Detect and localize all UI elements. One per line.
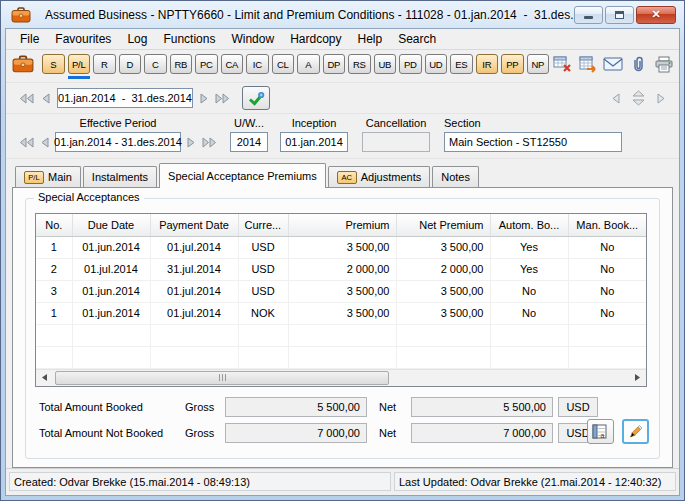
column-header-due-date[interactable]: Due Date [72, 214, 150, 236]
maximize-button[interactable] [605, 6, 634, 24]
total-booked-row: Total Amount Booked Gross 5 500,00 Net 5… [35, 397, 650, 417]
table-cell: 1 [36, 236, 72, 258]
menu-item-file[interactable]: File [12, 30, 47, 48]
toolbar-button-ir[interactable]: IR [476, 54, 499, 74]
toolbar-button-es[interactable]: ES [450, 54, 473, 74]
toolbar-briefcase-icon[interactable] [12, 54, 34, 73]
table-cell: 01.jul.2014 [150, 280, 238, 302]
table-settings-button[interactable]: a [587, 419, 614, 444]
record-first-button[interactable] [16, 91, 38, 106]
tab-special-acceptance-premiums-label: Special Acceptance Premiums [168, 170, 317, 182]
table-export-icon[interactable] [577, 54, 598, 74]
menu-item-search[interactable]: Search [390, 30, 444, 48]
split-updown-icon [632, 90, 645, 106]
menu-item-favourites[interactable]: Favourites [47, 30, 119, 48]
toolbar-button-d[interactable]: D [119, 54, 142, 74]
table-cell: 01.jul.2014 [150, 302, 238, 324]
paperclip-icon[interactable] [628, 54, 649, 74]
pane-splitter-control[interactable] [629, 88, 648, 108]
table-delete-icon[interactable] [552, 54, 573, 74]
toolbar-button-rb[interactable]: RB [170, 54, 193, 74]
toolbar-button-r[interactable]: R [93, 54, 116, 74]
menu-item-hardcopy[interactable]: Hardcopy [282, 30, 349, 48]
column-header-no[interactable]: No. [36, 214, 72, 236]
effective-period-prev-button[interactable] [37, 135, 52, 150]
effective-period-last-button[interactable] [199, 135, 220, 150]
column-header-payment-date[interactable]: Payment Date [150, 214, 238, 236]
tab-main[interactable]: P/L Main [15, 166, 81, 187]
toolbar-button-rs[interactable]: RS [348, 54, 371, 74]
menu-item-window[interactable]: Window [223, 30, 282, 48]
tab-instalments[interactable]: Instalments [83, 166, 157, 187]
record-next-button[interactable] [197, 91, 212, 106]
right-arrow-icon [657, 93, 666, 104]
toolbar-button-dp[interactable]: DP [323, 54, 346, 74]
table-cell: 01.jul.2014 [72, 258, 150, 280]
toolbar-button-pl[interactable]: P/L [68, 54, 91, 74]
menu-item-functions[interactable]: Functions [155, 30, 223, 48]
tab-special-acceptance-premiums[interactable]: Special Acceptance Premiums [159, 163, 326, 188]
double-left-arrow-icon [19, 137, 34, 148]
column-header-currency[interactable]: Curre... [238, 214, 288, 236]
table-header-row: No. Due Date Payment Date Curre... Premi… [36, 214, 646, 236]
column-header-autom-booked[interactable]: Autom. Bo... [490, 214, 568, 236]
scrollbar-thumb[interactable] [55, 371, 389, 385]
tab-adjustments-label: Adjustments [361, 171, 422, 183]
scroll-left-arrow[interactable] [36, 370, 53, 386]
table-cell: 3 500,00 [396, 280, 490, 302]
effective-period-first-button[interactable] [16, 135, 37, 150]
record-last-button[interactable] [212, 91, 234, 106]
toolbar-button-cl[interactable]: CL [272, 54, 295, 74]
table-row[interactable]: 1 01.jun.2014 01.jul.2014 NOK 3 500,00 3… [36, 302, 646, 324]
pane-scroll-left-button[interactable] [608, 91, 623, 106]
edit-button[interactable] [622, 419, 649, 444]
table-cell: 3 500,00 [288, 280, 396, 302]
net-label: Net [379, 427, 403, 439]
toolbar-button-pd[interactable]: PD [399, 54, 422, 74]
column-header-net-premium[interactable]: Net Premium [396, 214, 490, 236]
tab-notes[interactable]: Notes [432, 166, 479, 187]
table-row[interactable]: 2 01.jul.2014 31.jul.2014 USD 2 000,00 2… [36, 258, 646, 280]
menu-bar: File Favourites Log Functions Window Har… [6, 29, 679, 50]
toolbar-button-ud[interactable]: UD [425, 54, 448, 74]
column-header-premium[interactable]: Premium [288, 214, 396, 236]
right-arrow-icon [187, 137, 196, 148]
record-period-field[interactable]: 01.jan.2014 - 31.des.2014 [57, 88, 193, 108]
toolbar-button-pc[interactable]: PC [195, 54, 218, 74]
table-cell: 01.jul.2014 [150, 236, 238, 258]
record-nav-row: 01.jan.2014 - 31.des.2014 [6, 83, 679, 114]
scroll-right-arrow[interactable] [629, 370, 646, 386]
section-label: Section [444, 117, 622, 129]
toolbar-button-np[interactable]: NP [527, 54, 550, 74]
column-header-man-booked[interactable]: Man. Book... [568, 214, 646, 236]
right-arrow-icon [200, 93, 209, 104]
toolbar-button-s[interactable]: S [42, 54, 65, 74]
toolbar-button-ub[interactable]: UB [374, 54, 397, 74]
minimize-button[interactable] [574, 6, 603, 24]
scrollbar-track[interactable] [53, 370, 629, 386]
pane-scroll-right-button[interactable] [654, 91, 669, 106]
inception-field[interactable]: 01.jan.2014 [280, 132, 348, 152]
table-row[interactable]: 3 01.jun.2014 01.jul.2014 USD 3 500,00 3… [36, 280, 646, 302]
printer-icon[interactable] [654, 54, 675, 74]
double-left-arrow-icon [19, 93, 35, 104]
close-button[interactable]: ✕ [636, 6, 676, 24]
effective-period-field[interactable]: 01.jan.2014 - 31.des.2014 [55, 132, 181, 152]
tab-adjustments[interactable]: AC Adjustments [328, 166, 431, 187]
toolbar-button-c[interactable]: C [144, 54, 167, 74]
total-not-booked-gross-field: 7 000,00 [225, 423, 367, 443]
effective-period-next-button[interactable] [184, 135, 199, 150]
uw-year-field[interactable]: 2014 [230, 132, 268, 152]
confirm-button[interactable] [242, 86, 270, 110]
mail-icon[interactable] [603, 54, 624, 74]
toolbar-button-pp[interactable]: PP [501, 54, 524, 74]
toolbar-button-ca[interactable]: CA [221, 54, 244, 74]
toolbar-button-ic[interactable]: IC [246, 54, 269, 74]
table-cell: 01.jun.2014 [72, 280, 150, 302]
record-prev-button[interactable] [38, 91, 53, 106]
menu-item-log[interactable]: Log [119, 30, 155, 48]
toolbar-button-a[interactable]: A [297, 54, 320, 74]
menu-item-help[interactable]: Help [349, 30, 390, 48]
section-field[interactable]: Main Section - ST12550 [444, 132, 622, 152]
table-row[interactable]: 1 01.jun.2014 01.jul.2014 USD 3 500,00 3… [36, 236, 646, 258]
